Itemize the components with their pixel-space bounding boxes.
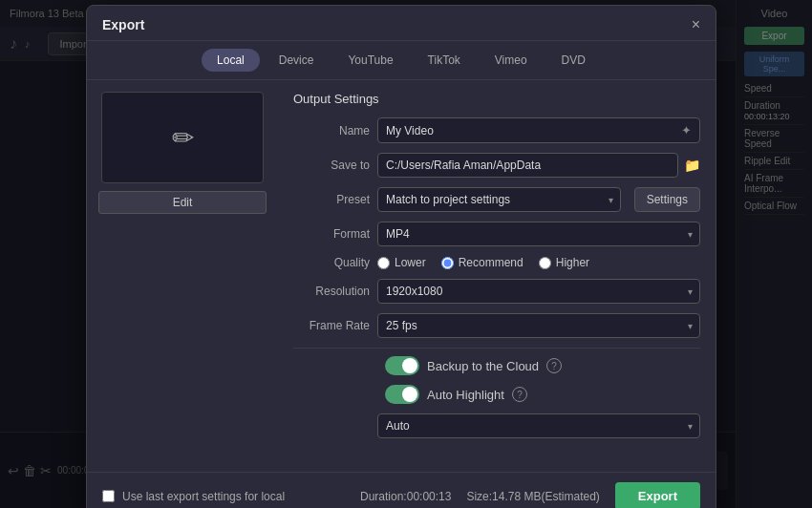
frame-rate-label: Frame Rate [293, 319, 370, 332]
auto-dropdown-row: Auto Manual ▾ [377, 413, 700, 438]
preview-thumbnail: ✏ [101, 92, 264, 183]
auto-highlight-help-icon[interactable]: ? [512, 387, 527, 402]
size-stat-label: Size: [466, 490, 492, 503]
auto-highlight-toggle-knob [402, 387, 417, 402]
resolution-row: Resolution 1920x1080 1280x720 3840x2160 … [293, 279, 700, 304]
backup-cloud-help-icon[interactable]: ? [546, 358, 562, 373]
format-label: Format [293, 227, 370, 241]
tab-tiktok[interactable]: TikTok [413, 49, 476, 72]
preset-row: Preset Match to project settings Custom … [293, 187, 700, 212]
save-to-label: Save to [293, 159, 370, 172]
format-select-wrapper: MP4 MOV AVI GIF ▾ [377, 222, 700, 246]
edit-button[interactable]: Edit [98, 191, 267, 214]
settings-panel: Output Settings Name ✦ Save to 📁 Prese [278, 80, 716, 472]
export-button[interactable]: Export [615, 482, 700, 508]
close-button[interactable]: × [692, 17, 700, 32]
quality-lower-option[interactable]: Lower [377, 256, 426, 269]
format-select[interactable]: MP4 MOV AVI GIF [377, 222, 700, 246]
resolution-select-wrapper: 1920x1080 1280x720 3840x2160 ▾ [377, 279, 700, 304]
duration-stat-label: Duration: [360, 490, 407, 503]
quality-lower-radio[interactable] [377, 257, 390, 269]
tab-dvd[interactable]: DVD [546, 49, 601, 72]
save-path-input[interactable] [377, 153, 678, 178]
backup-cloud-toggle[interactable] [385, 356, 419, 375]
ai-edit-icon: ✦ [681, 123, 692, 138]
frame-rate-row: Frame Rate 25 fps 30 fps 60 fps 24 fps ▾ [293, 313, 700, 338]
footer-left: Use last export settings for local [102, 490, 285, 503]
resolution-label: Resolution [293, 285, 370, 298]
duration-stat: Duration:00:00:13 [360, 490, 451, 503]
frame-rate-select-wrapper: 25 fps 30 fps 60 fps 24 fps ▾ [377, 313, 700, 338]
settings-button[interactable]: Settings [634, 187, 700, 212]
modal-header: Export × [87, 6, 716, 41]
tab-youtube[interactable]: YouTube [332, 49, 408, 72]
quality-label: Quality [293, 256, 370, 269]
quality-higher-option[interactable]: Higher [539, 256, 589, 269]
auto-highlight-label: Auto Highlight [427, 388, 504, 402]
modal-body: ✏ Edit Output Settings Name ✦ Save to 📁 [87, 80, 716, 472]
quality-recommend-label: Recommend [459, 256, 524, 269]
backup-cloud-row: Backup to the Cloud ? [293, 356, 700, 375]
path-row: 📁 [377, 153, 700, 178]
folder-icon[interactable]: 📁 [684, 158, 700, 173]
backup-cloud-label: Backup to the Cloud [427, 359, 539, 373]
preset-select[interactable]: Match to project settings Custom [377, 187, 621, 212]
resolution-select[interactable]: 1920x1080 1280x720 3840x2160 [377, 279, 700, 304]
size-stat: Size:14.78 MB(Estimated) [466, 490, 599, 503]
auto-select-wrapper: Auto Manual ▾ [377, 413, 700, 438]
quality-higher-label: Higher [556, 256, 589, 269]
name-input-wrapper: ✦ [377, 117, 700, 143]
last-settings-label: Use last export settings for local [122, 490, 285, 503]
footer-info: Duration:00:00:13 Size:14.78 MB(Estimate… [360, 482, 700, 508]
settings-title: Output Settings [293, 92, 700, 106]
quality-higher-radio[interactable] [539, 257, 551, 269]
edit-pen-icon: ✏ [172, 122, 194, 154]
name-row: Name ✦ [293, 117, 700, 143]
preset-select-wrapper: Match to project settings Custom ▾ [377, 187, 621, 212]
format-row: Format MP4 MOV AVI GIF ▾ [293, 222, 700, 246]
name-input[interactable] [386, 124, 675, 138]
divider-1 [293, 348, 700, 349]
duration-stat-value: 00:00:13 [407, 490, 452, 503]
tab-vimeo[interactable]: Vimeo [480, 49, 543, 72]
modal-footer: Use last export settings for local Durat… [87, 472, 716, 508]
frame-rate-select[interactable]: 25 fps 30 fps 60 fps 24 fps [377, 313, 700, 338]
quality-options: Lower Recommend Higher [377, 256, 589, 269]
tab-device[interactable]: Device [264, 49, 330, 72]
modal-title: Export [102, 17, 144, 32]
backup-cloud-toggle-knob [402, 358, 417, 373]
tab-local[interactable]: Local [202, 49, 260, 72]
auto-highlight-row: Auto Highlight ? [293, 385, 700, 404]
quality-lower-label: Lower [395, 256, 426, 269]
save-to-row: Save to 📁 [293, 153, 700, 178]
quality-recommend-radio[interactable] [441, 257, 454, 269]
modal-tabs: Local Device YouTube TikTok Vimeo DVD [87, 41, 716, 80]
auto-highlight-toggle[interactable] [385, 385, 419, 404]
preview-panel: ✏ Edit [87, 80, 278, 472]
preset-label: Preset [293, 193, 370, 206]
size-stat-value: 14.78 MB(Estimated) [492, 490, 600, 503]
auto-select[interactable]: Auto Manual [377, 413, 700, 438]
quality-row: Quality Lower Recommend Higher [293, 256, 700, 269]
export-modal: Export × Local Device YouTube TikTok Vim… [86, 5, 716, 508]
quality-recommend-option[interactable]: Recommend [441, 256, 524, 269]
name-label: Name [293, 124, 370, 138]
last-settings-checkbox[interactable] [102, 490, 115, 502]
